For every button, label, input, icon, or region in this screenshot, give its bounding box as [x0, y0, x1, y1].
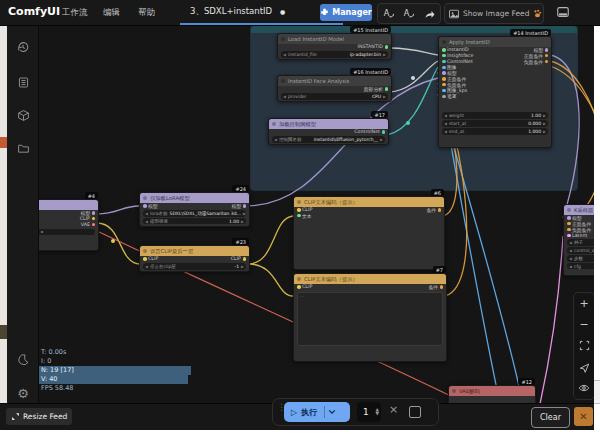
slot-dot-icon[interactable]: [442, 54, 446, 58]
slot-dot-icon[interactable]: [442, 77, 446, 81]
menu-edit[interactable]: 编辑: [103, 7, 120, 19]
input-slot[interactable]: CLIP: [297, 207, 312, 212]
slot-dot-icon[interactable]: [438, 208, 442, 212]
output-slot[interactable]: VAE: [81, 222, 95, 227]
slot-dot-icon[interactable]: [567, 234, 571, 238]
clear-queue-icon[interactable]: ×: [389, 403, 398, 416]
manager-button[interactable]: Manager: [320, 4, 372, 21]
slot-dot-icon[interactable]: [92, 223, 96, 227]
node-16[interactable]: #16 InstantIDInstantID Face Analysis面部分析…: [277, 75, 392, 102]
stop-icon[interactable]: [409, 406, 421, 418]
slot-dot-icon[interactable]: [567, 216, 571, 220]
slot-dot-icon[interactable]: [297, 214, 301, 218]
theme-moon-icon[interactable]: [14, 350, 32, 368]
slot-dot-icon[interactable]: [442, 71, 446, 75]
resize-feed-button[interactable]: Resize Feed: [6, 408, 72, 425]
fit-view-icon[interactable]: [577, 339, 591, 353]
image-feed-strip[interactable]: [0, 25, 7, 403]
history-icon[interactable]: [14, 38, 32, 56]
widget-步数[interactable]: ◀步数▶: [567, 255, 594, 262]
collapse-dot-icon[interactable]: [143, 196, 147, 200]
slot-dot-icon[interactable]: [143, 204, 147, 208]
node-24[interactable]: #24仅加载LoRA模型模型模型◀lora名称SDXL\SDXL_动漫Samar…: [139, 192, 250, 227]
menu-workflow[interactable]: 工作流: [62, 7, 88, 19]
output-slot[interactable]: INSTANTID: [357, 44, 388, 49]
widget-end_at[interactable]: ◀end_at1.000▶: [442, 128, 548, 135]
slot-dot-icon[interactable]: [545, 60, 549, 64]
collapse-dot-icon[interactable]: [297, 277, 301, 281]
slot-dot-icon[interactable]: [143, 257, 147, 261]
output-slot[interactable]: 模型: [80, 210, 95, 216]
slot-dot-icon[interactable]: [243, 257, 247, 261]
widget-weight[interactable]: ◀weight1.00▶: [442, 112, 548, 119]
translate-a-icon[interactable]: A: [381, 7, 395, 21]
input-slot[interactable]: CLIP: [143, 256, 158, 261]
slot-dot-icon[interactable]: [382, 130, 386, 134]
share-arrow-icon[interactable]: [423, 7, 437, 21]
slot-dot-icon[interactable]: [385, 45, 389, 49]
widget-start_at[interactable]: ◀start_at0.000▶: [442, 120, 548, 127]
slot-dot-icon[interactable]: [92, 211, 96, 215]
collapse-dot-icon[interactable]: [281, 79, 285, 83]
input-slot[interactable]: ControlNet: [442, 59, 473, 64]
slot-dot-icon[interactable]: [442, 60, 446, 64]
slot-dot-icon[interactable]: [567, 228, 571, 232]
collapse-dot-icon[interactable]: [272, 122, 276, 126]
collapse-dot-icon[interactable]: [567, 208, 571, 212]
slot-dot-icon[interactable]: [92, 217, 96, 221]
input-slot[interactable]: Latent: [567, 233, 587, 238]
output-slot[interactable]: 条件: [428, 284, 443, 290]
collapse-dot-icon[interactable]: [442, 40, 446, 44]
input-slot[interactable]: 文本: [297, 213, 312, 219]
stepper-arrows[interactable]: ▲▼: [376, 408, 379, 417]
widget-instantid_file[interactable]: ◀instantid_fileip-adapter.bin▶: [281, 51, 388, 58]
slot-dot-icon[interactable]: [442, 89, 446, 93]
toggle-links-eye-icon[interactable]: [577, 381, 591, 395]
slot-dot-icon[interactable]: [440, 285, 444, 289]
slot-dot-icon[interactable]: [442, 48, 446, 52]
widget-provider[interactable]: ◀providerCPU▶: [281, 93, 388, 100]
output-slot[interactable]: 模型: [231, 203, 246, 209]
widget-lora名称[interactable]: ◀lora名称SDXL\SDXL_动漫Samaritan 3d…▶: [143, 210, 246, 217]
node-17[interactable]: #17加载控制网模型ControlNet◀控制网名称instantid\diff…: [268, 118, 389, 145]
widget-cfg[interactable]: ◀cfg▶: [567, 263, 594, 270]
slot-dot-icon[interactable]: [442, 83, 446, 87]
collapse-dot-icon[interactable]: [143, 249, 147, 253]
widget-模型强度[interactable]: ◀模型强度1.00▶: [143, 218, 246, 225]
widget-control_af…[interactable]: ◀control_af…▶: [567, 247, 594, 254]
output-slot[interactable]: ControlNet: [354, 129, 385, 134]
node-graph-canvas[interactable]: #4模型CLIPVAE◀XXMix_9realistic5…▶#24仅加载LoR…: [38, 25, 594, 403]
slot-dot-icon[interactable]: [385, 87, 389, 91]
slot-dot-icon[interactable]: [442, 66, 446, 70]
slot-dot-icon[interactable]: [297, 208, 301, 212]
settings-gear-icon[interactable]: ⚙: [14, 384, 32, 402]
input-slot[interactable]: insightface: [442, 53, 473, 58]
model-library-icon[interactable]: [14, 106, 32, 124]
output-slot[interactable]: 面部分析: [364, 86, 388, 92]
collapse-dot-icon[interactable]: [452, 389, 456, 393]
input-slot[interactable]: 模型: [143, 203, 158, 209]
close-feed-button[interactable]: ✕: [574, 407, 593, 426]
zoom-out-icon[interactable]: −: [577, 318, 591, 332]
node-4[interactable]: #4模型CLIPVAE◀XXMix_9realistic5…▶: [38, 199, 99, 251]
queue-run-button[interactable]: ▷ 执行: [284, 402, 350, 422]
widget-停止在clip层[interactable]: ◀停止在clip层-1▶: [143, 263, 246, 270]
slot-dot-icon[interactable]: [297, 285, 301, 289]
node-15[interactable]: #15 InstantIDLoad InstantID ModelINSTANT…: [277, 33, 392, 60]
slot-dot-icon[interactable]: [567, 222, 571, 226]
image-feed-toggle[interactable]: Show Image Feed: [444, 3, 544, 24]
node-12[interactable]: #12VAE解码: [448, 385, 536, 403]
widget-种子[interactable]: ◀种子▶: [567, 239, 594, 246]
node-6[interactable]: #6CLIP文本编码（提示）CLIP条件文本: [293, 196, 445, 270]
input-slot[interactable]: CLIP: [297, 284, 312, 289]
workflows-folder-icon[interactable]: [14, 139, 32, 157]
output-slot[interactable]: CLIP: [231, 256, 246, 261]
clear-feed-button[interactable]: Clear: [531, 407, 570, 428]
widget-控制网名称[interactable]: ◀控制网名称instantid\diffusion_pytorch__▶: [272, 136, 385, 143]
slot-dot-icon[interactable]: [243, 204, 247, 208]
batch-count-stepper[interactable]: 1 ▲▼: [357, 402, 381, 422]
slot-dot-icon[interactable]: [545, 48, 549, 52]
output-slot[interactable]: 条件: [426, 207, 441, 213]
slot-dot-icon[interactable]: [545, 54, 549, 58]
input-slot[interactable]: instantID: [442, 47, 469, 52]
